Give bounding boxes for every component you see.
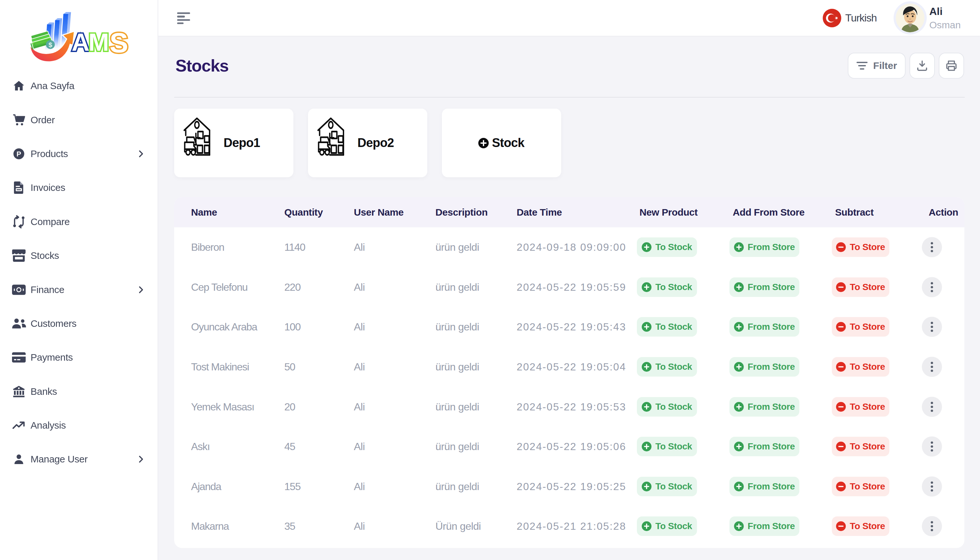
svg-text:A: A [72,28,90,56]
svg-text:M: M [88,28,109,56]
svg-text:$: $ [48,41,52,48]
svg-text:P: P [17,150,21,158]
svg-text:S: S [110,27,128,58]
